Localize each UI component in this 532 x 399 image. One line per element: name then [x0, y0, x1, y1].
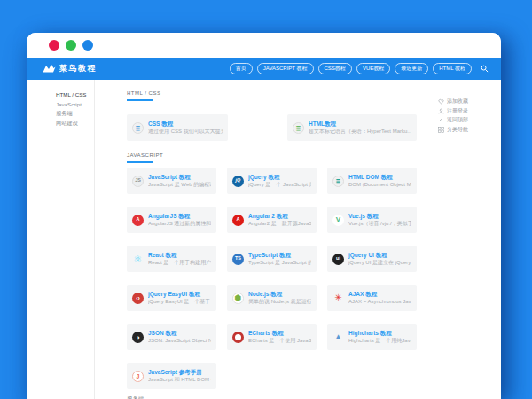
user-icon	[438, 108, 444, 114]
card-desc: 简单的说 Node.js 就是运行在服务端的 Jav...	[248, 299, 311, 305]
card-ajax-tutorial[interactable]: ✳ AJAX 教程 AJAX = Asynchronous JavaScript…	[327, 285, 417, 311]
nav-recent-button[interactable]: 最近更新	[395, 63, 428, 74]
card-desc: jQuery 是一个 JavaScript 库。	[248, 182, 311, 188]
window-minimize-button[interactable]	[66, 40, 76, 51]
search-icon	[481, 65, 489, 73]
card-title[interactable]: HTML教程	[309, 121, 411, 128]
card-title[interactable]: Node.js 教程	[248, 291, 311, 298]
card-title[interactable]: JavaScript 参考手册	[148, 369, 211, 376]
section-underline	[127, 161, 153, 163]
card-title[interactable]: JSON 教程	[148, 330, 211, 337]
card-desc: 超文本标记语言（英语：HyperText Marku...	[309, 129, 411, 135]
html-dom-icon: ≣	[332, 176, 344, 187]
sidebar-item-website[interactable]: 网站建设	[56, 119, 94, 129]
site-title: 菜鸟教程	[59, 63, 97, 74]
angular2-icon: A	[232, 215, 244, 226]
nav-html-button[interactable]: HTML 教程	[433, 63, 472, 74]
card-title[interactable]: AngularJS 教程	[148, 213, 211, 220]
card-title[interactable]: CSS 教程	[148, 121, 223, 128]
card-desc: JavaScript 和 HTML DOM 参考手册。本教...	[148, 377, 211, 383]
card-typescript-tutorial[interactable]: TS TypeScript 教程 TypeScript 是 JavaScript…	[227, 246, 317, 272]
card-desc: Vue.js（读音 /vjuː/，类似于 view）是一套...	[348, 221, 411, 227]
card-title[interactable]: jQuery UI 教程	[348, 252, 411, 259]
browser-window: 菜鸟教程 首页 JAVASCRIPT 教程 CSS教程 VUE教程 最近更新 H…	[27, 33, 501, 399]
card-title[interactable]: HTML DOM 教程	[348, 174, 411, 181]
card-title[interactable]: ECharts 教程	[248, 330, 311, 337]
window-close-button[interactable]	[49, 40, 59, 51]
nav-vue-button[interactable]: VUE教程	[356, 63, 390, 74]
card-title[interactable]: jQuery EasyUI 教程	[148, 291, 211, 298]
card-javascript-tutorial[interactable]: JS JavaScript 教程 JavaScript 是 Web 的编程语言。	[127, 168, 216, 194]
card-title[interactable]: React 教程	[148, 252, 211, 259]
sidebar-item-javascript[interactable]: JavaScript	[56, 100, 94, 110]
main-content: HTML / CSS ≣ CSS 教程 通过使用 CSS 我们可以大大提升网页开…	[95, 80, 432, 399]
highcharts-icon: ▲	[332, 332, 344, 343]
grid-icon	[438, 127, 444, 133]
card-vuejs-tutorial[interactable]: V Vue.js 教程 Vue.js（读音 /vjuː/，类似于 view）是一…	[327, 207, 417, 233]
nodejs-icon: ⬢	[232, 293, 244, 304]
card-grid-htmlcss: ≣ CSS 教程 通过使用 CSS 我们可以大大提升网页开发... ≣ HTML…	[127, 114, 432, 141]
card-json-tutorial[interactable]: ◑ JSON 教程 JSON: JavaScript Object Notati…	[127, 324, 216, 350]
rail-label: 添加收藏	[447, 98, 468, 105]
echarts-icon	[232, 332, 244, 343]
ajax-icon: ✳	[332, 293, 344, 304]
rail-item-favorite[interactable]: 添加收藏	[438, 98, 501, 105]
card-desc: Angular2 是一款开源JavaScript库，由Goo...	[248, 221, 311, 227]
chevron-up-icon	[438, 117, 444, 123]
card-desc: AJAX = Asynchronous JavaScript and XM...	[348, 299, 411, 305]
search-button[interactable]	[479, 63, 490, 74]
jquery-ui-icon: ui	[332, 254, 344, 265]
card-desc: JSON: JavaScript Object Notation(JavaS..…	[148, 338, 211, 344]
card-title[interactable]: TypeScript 教程	[248, 252, 311, 259]
card-jqueryui-tutorial[interactable]: ui jQuery UI 教程 jQuery UI 是建立在 jQuery Ja…	[327, 246, 417, 272]
header-nav: 首页 JAVASCRIPT 教程 CSS教程 VUE教程 最近更新 HTML 教…	[225, 63, 490, 74]
card-desc: ECharts 是一个使用 JavaScript 实现的开...	[248, 338, 311, 344]
browser-titlebar	[27, 33, 501, 58]
js-reference-icon: J	[132, 371, 144, 382]
card-title[interactable]: Highcharts 教程	[348, 330, 411, 337]
json-icon: ◑	[132, 332, 144, 343]
card-html-tutorial[interactable]: ≣ HTML教程 超文本标记语言（英语：HyperText Marku...	[287, 114, 417, 141]
window-maximize-button[interactable]	[82, 40, 93, 51]
nav-css-button[interactable]: CSS教程	[318, 63, 352, 74]
site-header: 菜鸟教程 首页 JAVASCRIPT 教程 CSS教程 VUE教程 最近更新 H…	[27, 58, 501, 80]
typescript-icon: TS	[232, 254, 244, 265]
card-desc: React 是一个用于构建用户界面的 JAVA...	[148, 260, 211, 266]
card-highcharts-tutorial[interactable]: ▲ Highcharts 教程 Highcharts 是一个用纯JavaScri…	[327, 324, 417, 350]
card-angularjs-tutorial[interactable]: A AngularJS 教程 AngularJS 通过新的属性和表达式扩展了..…	[127, 207, 216, 233]
card-desc: Highcharts 是一个用纯JavaScript编写的一...	[348, 338, 411, 344]
heart-icon	[438, 98, 444, 105]
card-title[interactable]: jQuery 教程	[248, 174, 311, 181]
sidebar-item-htmlcss[interactable]: HTML / CSS	[56, 90, 94, 100]
card-react-tutorial[interactable]: ⚛ React 教程 React 是一个用于构建用户界面的 JAVA...	[127, 246, 216, 272]
sidebar-item-server[interactable]: 服务端	[56, 109, 94, 119]
angularjs-icon: A	[132, 215, 144, 226]
rail-label: 返回顶部	[447, 117, 468, 123]
card-jquery-tutorial[interactable]: jQ jQuery 教程 jQuery 是一个 JavaScript 库。	[227, 168, 317, 194]
card-title[interactable]: Angular 2 教程	[248, 213, 311, 220]
card-grid-javascript: JS JavaScript 教程 JavaScript 是 Web 的编程语言。…	[127, 168, 432, 389]
card-desc: AngularJS 通过新的属性和表达式扩展了...	[148, 221, 211, 227]
rail-item-category-nav[interactable]: 分类导航	[438, 127, 501, 133]
card-echarts-tutorial[interactable]: ECharts 教程 ECharts 是一个使用 JavaScript 实现的开…	[227, 324, 317, 350]
card-title[interactable]: Vue.js 教程	[348, 213, 411, 220]
nav-home-button[interactable]: 首页	[230, 63, 253, 74]
card-title[interactable]: AJAX 教程	[348, 291, 411, 298]
page-body: HTML / CSS JavaScript 服务端 网站建设 HTML / CS…	[27, 80, 501, 399]
nav-javascript-button[interactable]: JAVASCRIPT 教程	[257, 63, 314, 74]
card-angular2-tutorial[interactable]: A Angular 2 教程 Angular2 是一款开源JavaScript库…	[227, 207, 317, 233]
category-sidebar: HTML / CSS JavaScript 服务端 网站建设	[27, 80, 95, 399]
runoob-logo[interactable]: 菜鸟教程	[43, 63, 97, 74]
card-css-tutorial[interactable]: ≣ CSS 教程 通过使用 CSS 我们可以大大提升网页开发...	[127, 114, 228, 141]
card-jqueryeasyui-tutorial[interactable]: ‹› jQuery EasyUI 教程 jQuery EasyUI 是一个基于 …	[127, 285, 216, 311]
card-htmldom-tutorial[interactable]: ≣ HTML DOM 教程 DOM (Document Object Model…	[327, 168, 417, 194]
card-title[interactable]: JavaScript 教程	[148, 174, 211, 181]
card-nodejs-tutorial[interactable]: ⬢ Node.js 教程 简单的说 Node.js 就是运行在服务端的 Jav.…	[227, 285, 317, 311]
rail-item-back-to-top[interactable]: 返回顶部	[438, 117, 501, 123]
javascript-icon: JS	[132, 176, 144, 187]
rail-item-login[interactable]: 注册登录	[438, 108, 501, 114]
card-javascript-reference[interactable]: J JavaScript 参考手册 JavaScript 和 HTML DOM …	[127, 363, 216, 389]
jquery-easyui-icon: ‹›	[132, 293, 144, 304]
section-label-javascript: JAVASCRIPT	[127, 153, 432, 159]
vuejs-icon: V	[332, 215, 344, 226]
